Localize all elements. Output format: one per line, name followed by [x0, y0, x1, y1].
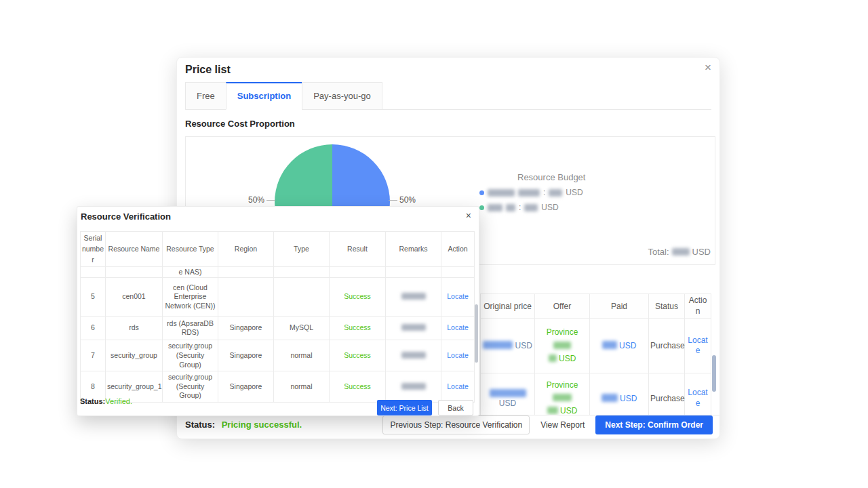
- redacted-total-value: [672, 248, 690, 256]
- redacted-remark: [401, 324, 426, 331]
- locate-link[interactable]: Locate: [685, 319, 711, 373]
- next-step-confirm-order-button[interactable]: Next Step: Confirm Order: [595, 415, 713, 434]
- col-offer: Offer: [535, 294, 590, 319]
- resource-type-cell: cen (Cloud Enterprise Network (CEN)): [163, 278, 218, 317]
- tab-subscription[interactable]: Subscription: [226, 82, 302, 110]
- close-icon[interactable]: ×: [701, 59, 715, 76]
- legend-dot-blue: [479, 190, 484, 195]
- order-row: USD Province USD USD: [481, 373, 711, 415]
- result-cell: Success: [330, 371, 386, 403]
- tab-pay-as-you-go[interactable]: Pay-as-you-go: [302, 82, 382, 110]
- verification-table-scrollbar[interactable]: [475, 304, 478, 363]
- remarks-cell: [386, 340, 441, 371]
- legend-currency: USD: [541, 203, 558, 212]
- pricing-status: Status: Pricing successful.: [185, 420, 302, 430]
- close-icon[interactable]: ×: [462, 209, 475, 222]
- currency-label: USD: [499, 399, 516, 408]
- page-title: Price list: [185, 64, 231, 76]
- original-price-cell: USD: [481, 319, 535, 373]
- pie-leader-line-left: [267, 200, 275, 201]
- serial-cell: 7: [81, 340, 106, 371]
- redacted-price: [601, 394, 618, 402]
- region-cell: Singapore: [218, 317, 274, 340]
- resource-budget-title: Resource Budget: [517, 172, 585, 182]
- legend-dot-green: [479, 205, 484, 210]
- status-cell: Purchase: [649, 373, 685, 415]
- resource-name-cell: security_group: [106, 340, 163, 371]
- type-cell: normal: [274, 371, 330, 403]
- currency-label: USD: [620, 394, 637, 403]
- resource-name-cell: rds: [106, 317, 163, 340]
- currency-label: USD: [619, 341, 636, 350]
- locate-link[interactable]: Locate: [441, 278, 475, 317]
- locate-link[interactable]: Locate: [441, 340, 475, 371]
- order-table-scrollbar[interactable]: [712, 355, 716, 392]
- budget-total: Total: USD: [648, 247, 711, 257]
- result-cell: Success: [330, 317, 386, 340]
- legend-colon: :: [519, 203, 521, 212]
- paid-cell: USD: [590, 373, 649, 415]
- tab-free[interactable]: Free: [185, 82, 226, 110]
- verification-row: 8 security_group_1 security.group (Secur…: [81, 371, 475, 403]
- redacted-price: [483, 341, 513, 349]
- total-currency: USD: [692, 247, 711, 257]
- legend-colon: :: [543, 188, 545, 197]
- legend-currency: USD: [566, 188, 583, 197]
- verification-row-partial: e NAS): [81, 267, 475, 278]
- status-cell: Purchase: [649, 319, 685, 373]
- status-value: Verified.: [105, 397, 132, 405]
- view-report-button[interactable]: View Report: [540, 420, 585, 430]
- col-remarks: Remarks: [386, 232, 441, 267]
- resource-name-cell: cen001: [106, 278, 163, 317]
- paid-cell: USD: [590, 319, 649, 373]
- pie-leader-line-right: [389, 200, 397, 201]
- currency-label: USD: [559, 354, 576, 363]
- col-type: Type: [274, 232, 330, 267]
- region-cell: [218, 278, 274, 317]
- section-title-cost-proportion: Resource Cost Proportion: [185, 119, 295, 129]
- remarks-cell: [386, 371, 441, 403]
- offer-prefix: Province: [547, 327, 578, 337]
- col-region: Region: [218, 232, 274, 267]
- order-table: Original price Offer Paid Status Action …: [480, 293, 711, 415]
- currency-label: USD: [515, 341, 532, 350]
- type-cell: MySQL: [274, 317, 330, 340]
- previous-step-button[interactable]: Previous Step: Resource Verification: [382, 415, 530, 434]
- resource-type-cell: security.group (Security Group): [163, 371, 218, 403]
- col-action: Action: [441, 232, 475, 267]
- order-row: USD Province USD USD: [481, 319, 711, 373]
- resource-type-cell: security.group (Security Group): [163, 340, 218, 371]
- redacted-text: [488, 204, 502, 211]
- screen: Price list × Free Subscription Pay-as-yo…: [0, 0, 868, 488]
- redacted-remark: [401, 293, 426, 300]
- tab-bar: Free Subscription Pay-as-you-go: [185, 82, 711, 110]
- order-table-container: Original price Offer Paid Status Action …: [480, 293, 711, 415]
- col-resource-name: Resource Name: [106, 232, 163, 267]
- total-label: Total:: [648, 247, 669, 257]
- redacted-text: [488, 189, 515, 197]
- next-price-list-button[interactable]: Next: Price List: [377, 400, 432, 415]
- resource-type-cell: rds (ApsaraDB RDS): [163, 317, 218, 340]
- verification-header-row: Serial number Resource Name Resource Typ…: [81, 232, 475, 267]
- locate-link[interactable]: Locate: [685, 373, 711, 415]
- result-cell: Success: [330, 340, 386, 371]
- budget-legend-item-1: : USD: [479, 188, 583, 197]
- locate-link[interactable]: Locate: [441, 317, 475, 340]
- verification-title: Resource Verification: [81, 211, 171, 222]
- locate-link[interactable]: Locate: [441, 371, 475, 403]
- verification-row: 7 security_group security.group (Securit…: [81, 340, 475, 371]
- redacted-value: [524, 204, 538, 211]
- serial-cell: 5: [81, 278, 106, 317]
- redacted-offer: [553, 394, 572, 401]
- col-serial-number: Serial number: [81, 232, 106, 267]
- redacted-remark: [401, 383, 426, 390]
- back-button[interactable]: Back: [438, 400, 473, 415]
- verification-table: Serial number Resource Name Resource Typ…: [80, 231, 475, 403]
- redacted-offer: [553, 342, 571, 349]
- verification-status: Status:Verified.: [80, 397, 132, 405]
- result-cell: Success: [330, 278, 386, 317]
- serial-cell: 6: [81, 317, 106, 340]
- col-resource-type: Resource Type: [163, 232, 218, 267]
- offer-prefix: Province: [547, 380, 578, 390]
- tab-bar-filler: [382, 82, 711, 110]
